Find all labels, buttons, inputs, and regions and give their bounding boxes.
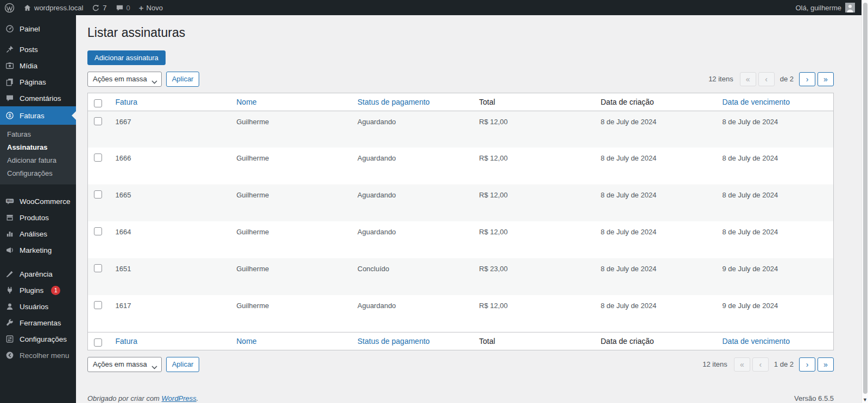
woocommerce-icon: Woo	[5, 197, 15, 206]
sidebar-label: Plugins	[20, 286, 43, 295]
cell-fatura: 1667	[110, 111, 231, 148]
select-all-checkbox[interactable]	[94, 99, 102, 107]
row-checkbox[interactable]	[94, 227, 102, 235]
cell-nome: Guilherme	[231, 221, 352, 258]
cell-fatura: 1617	[110, 295, 231, 332]
sidebar-item-paginas[interactable]: Páginas	[0, 74, 76, 90]
plugins-update-badge: 1	[51, 286, 60, 295]
comments-count: 0	[126, 4, 130, 12]
main-content: Listar assinaturas Adicionar assinatura …	[76, 15, 861, 403]
cell-status: Aguardando	[352, 221, 474, 258]
sidebar-item-faturas[interactable]: $ Faturas	[0, 106, 76, 125]
submenu-item-faturas[interactable]: Faturas	[0, 128, 76, 141]
column-header-fatura[interactable]: Fatura	[110, 93, 231, 111]
column-header-nome[interactable]: Nome	[231, 332, 352, 350]
bulk-actions-select[interactable]: Ações em massa	[87, 72, 162, 87]
next-page-button[interactable]: ›	[799, 72, 815, 86]
sidebar-label: Mídia	[20, 62, 37, 70]
column-header-total: Total	[474, 332, 595, 350]
comments-link[interactable]: 0	[111, 0, 135, 15]
prev-page-button: ‹	[758, 72, 775, 86]
media-icon	[5, 61, 15, 70]
sidebar-item-usuarios[interactable]: Usuários	[0, 298, 76, 315]
bulk-actions-select-bottom[interactable]: Ações em massa	[87, 357, 162, 372]
last-page-button[interactable]: »	[818, 357, 834, 372]
cell-status: Aguardando	[352, 295, 474, 332]
sidebar-label: Usuários	[20, 303, 48, 311]
cell-vencimento: 8 de July de 2024	[717, 148, 834, 184]
avatar	[845, 3, 855, 12]
first-page-button: «	[740, 72, 756, 86]
collapse-menu-icon	[5, 351, 15, 360]
submenu-item-configuracoes[interactable]: Configurações	[0, 167, 76, 180]
sidebar-item-marketing[interactable]: Marketing	[0, 242, 76, 258]
sidebar-item-woocommerce[interactable]: Woo WooCommerce	[0, 193, 76, 209]
table-header-row: Fatura Nome Status de pagamento Total Da…	[88, 93, 834, 111]
bar-chart-icon	[5, 229, 15, 238]
collapse-menu-button[interactable]: Recolher menu	[0, 347, 76, 363]
my-account-menu[interactable]: Olá, guilherme	[795, 0, 861, 15]
plus-icon: +	[139, 4, 144, 12]
sidebar-item-posts[interactable]: Posts	[0, 41, 76, 57]
pushpin-icon	[5, 45, 15, 54]
sidebar-label: Análises	[20, 230, 47, 238]
row-checkbox[interactable]	[94, 117, 102, 125]
column-header-status[interactable]: Status de pagamento	[352, 332, 474, 350]
new-content-menu[interactable]: + Novo	[135, 0, 167, 15]
last-page-button[interactable]: »	[818, 72, 834, 86]
sidebar-item-midia[interactable]: Mídia	[0, 57, 76, 74]
scrollbar-thumb[interactable]	[863, 3, 867, 394]
cell-total: R$ 12,00	[474, 295, 595, 332]
sidebar-item-produtos[interactable]: Produtos	[0, 209, 76, 226]
settings-sliders-icon	[5, 335, 15, 343]
scrollbar-down-arrow[interactable]: ▼	[862, 397, 868, 402]
wordpress-admin: wordpress.local 7 0 + Novo Olá, guilherm…	[0, 0, 868, 403]
footer-thanks-period: .	[197, 394, 199, 402]
page-scrollbar[interactable]: ▼	[861, 0, 868, 403]
cell-total: R$ 23,00	[474, 258, 595, 295]
table-row: 1666 Guilherme Aguardando R$ 12,00 8 de …	[88, 148, 834, 184]
sidebar-item-configuracoes[interactable]: Configurações	[0, 331, 76, 347]
wordpress-logo-menu[interactable]	[0, 0, 19, 15]
updates-count: 7	[103, 4, 106, 12]
sidebar-item-comentarios[interactable]: Comentários	[0, 90, 76, 106]
sidebar-item-analises[interactable]: Análises	[0, 226, 76, 242]
tablenav-top: Ações em massa Aplicar 12 itens « ‹ de 2…	[87, 71, 834, 87]
column-header-total: Total	[474, 93, 595, 111]
cell-nome: Guilherme	[231, 111, 352, 148]
row-checkbox[interactable]	[94, 301, 102, 309]
submenu-item-assinaturas[interactable]: Assinaturas	[0, 141, 76, 154]
dollar-circle-icon: $	[5, 111, 15, 120]
column-header-vencimento[interactable]: Data de vencimento	[717, 93, 834, 111]
column-header-nome[interactable]: Nome	[231, 93, 352, 111]
cell-total: R$ 12,00	[474, 221, 595, 258]
row-checkbox[interactable]	[94, 153, 102, 162]
sidebar-label: Marketing	[20, 246, 52, 254]
sidebar-item-plugins[interactable]: Plugins 1	[0, 282, 76, 298]
admin-sidebar: Painel Posts Mídia Páginas Comentários	[0, 15, 76, 403]
wordpress-link[interactable]: WordPress	[162, 394, 197, 402]
sidebar-item-painel[interactable]: Painel	[0, 20, 76, 38]
sidebar-item-ferramentas[interactable]: Ferramentas	[0, 315, 76, 331]
site-link[interactable]: wordpress.local	[19, 0, 87, 15]
row-checkbox[interactable]	[94, 190, 102, 199]
updates-link[interactable]: 7	[87, 0, 111, 15]
tablenav-bottom: Ações em massa Aplicar 12 itens « ‹ 1 de…	[87, 356, 834, 373]
apply-button-bottom[interactable]: Aplicar	[166, 357, 200, 372]
cell-fatura: 1665	[110, 184, 231, 221]
greeting-text: Olá, guilherme	[795, 4, 841, 12]
sidebar-item-aparencia[interactable]: Aparência	[0, 266, 76, 282]
apply-button[interactable]: Aplicar	[166, 72, 200, 87]
add-subscription-button[interactable]: Adicionar assinatura	[87, 50, 166, 65]
column-header-vencimento[interactable]: Data de vencimento	[717, 332, 834, 350]
dashboard-icon	[5, 24, 15, 33]
submenu-item-adicionar-fatura[interactable]: Adicionar fatura	[0, 154, 76, 167]
items-count: 12 itens	[702, 360, 727, 368]
cell-total: R$ 12,00	[474, 111, 595, 148]
next-page-button[interactable]: ›	[799, 357, 815, 372]
select-all-checkbox[interactable]	[94, 338, 102, 347]
pagination-top: 12 itens « ‹ de 2 › »	[708, 72, 834, 86]
column-header-fatura[interactable]: Fatura	[110, 332, 231, 350]
column-header-status[interactable]: Status de pagamento	[352, 93, 474, 111]
row-checkbox[interactable]	[94, 264, 102, 272]
